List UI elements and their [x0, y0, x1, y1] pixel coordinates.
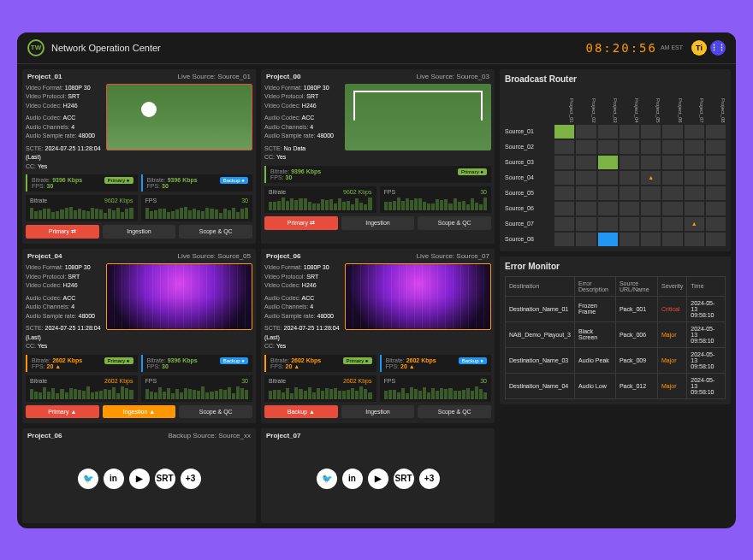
router-cell[interactable]: [554, 233, 574, 246]
router-cell[interactable]: [641, 233, 661, 246]
router-cell[interactable]: [554, 156, 574, 169]
social-icon[interactable]: in: [342, 469, 363, 489]
video-thumbnail[interactable]: [106, 263, 252, 330]
router-cell[interactable]: [685, 140, 704, 154]
router-cell[interactable]: [620, 202, 639, 215]
router-cell[interactable]: [620, 186, 639, 200]
router-cell[interactable]: [641, 217, 661, 231]
social-icon[interactable]: 🐦: [317, 469, 337, 489]
project-button[interactable]: Primary ⇄: [26, 225, 99, 239]
router-cell[interactable]: [554, 202, 574, 215]
router-cell[interactable]: [598, 156, 618, 169]
router-cell[interactable]: [554, 125, 574, 139]
router-cell[interactable]: [706, 233, 726, 246]
social-icon[interactable]: +3: [181, 469, 201, 489]
router-cell[interactable]: [620, 156, 639, 169]
router-cell[interactable]: [576, 233, 596, 246]
project-button[interactable]: Primary ▲: [26, 405, 99, 418]
router-cell[interactable]: [706, 186, 726, 200]
router-cell[interactable]: [641, 140, 661, 154]
project-button[interactable]: Scope & QC: [418, 216, 491, 230]
router-cell[interactable]: [598, 233, 618, 246]
social-icon[interactable]: ▶: [129, 469, 150, 489]
router-cell[interactable]: [685, 125, 704, 139]
project-button[interactable]: Backup ▲: [264, 405, 338, 418]
router-cell[interactable]: [706, 202, 726, 215]
social-icon[interactable]: SRT: [394, 469, 414, 489]
router-cell[interactable]: [662, 186, 682, 200]
router-cell[interactable]: [576, 171, 596, 185]
router-cell[interactable]: [685, 202, 704, 215]
router-cell[interactable]: [620, 125, 639, 139]
router-cell[interactable]: [641, 186, 661, 200]
project-button[interactable]: Ingestion: [341, 405, 415, 418]
router-cell[interactable]: [706, 140, 726, 154]
router-cell[interactable]: [598, 186, 618, 200]
router-cell[interactable]: [576, 186, 596, 200]
user-badge-icon[interactable]: Ti: [691, 40, 707, 56]
router-cell[interactable]: [685, 186, 704, 200]
router-cell[interactable]: [576, 156, 596, 169]
router-cell[interactable]: [620, 217, 639, 231]
error-row[interactable]: Destination_Name_01Frozen FramePack_001C…: [506, 296, 726, 321]
router-cell[interactable]: [662, 125, 682, 139]
router-cell[interactable]: [598, 217, 618, 231]
social-icon[interactable]: SRT: [155, 469, 175, 489]
video-thumbnail[interactable]: [106, 84, 252, 150]
router-cell[interactable]: [598, 171, 618, 185]
social-icons: 🐦in▶SRT+3: [22, 443, 256, 523]
router-cell[interactable]: [598, 202, 618, 215]
project-button[interactable]: Ingestion ▲: [103, 405, 176, 418]
social-icon[interactable]: +3: [419, 469, 440, 489]
router-cell[interactable]: [620, 233, 639, 246]
router-cell[interactable]: [685, 171, 704, 185]
router-cell[interactable]: [598, 125, 618, 139]
project-button[interactable]: Ingestion: [103, 225, 176, 239]
router-cell[interactable]: [641, 171, 661, 185]
project-button[interactable]: Scope & QC: [418, 405, 491, 418]
router-cell[interactable]: [706, 156, 726, 169]
video-thumbnail[interactable]: [345, 84, 491, 150]
project-button[interactable]: Ingestion: [341, 216, 415, 230]
router-cell[interactable]: [706, 217, 726, 231]
router-cell[interactable]: [620, 171, 639, 185]
router-cell[interactable]: [662, 217, 682, 231]
router-cell[interactable]: [641, 125, 661, 139]
router-cell[interactable]: [641, 156, 661, 169]
router-cell[interactable]: [685, 217, 704, 231]
error-row[interactable]: Destination_Name_03Audio PeakPack_009Maj…: [506, 347, 726, 373]
error-row[interactable]: Destination_Name_04Audio LowPack_012Majo…: [506, 373, 726, 398]
router-cell[interactable]: [685, 156, 704, 169]
router-cell[interactable]: [554, 171, 574, 185]
router-col-header: Project_04: [620, 89, 639, 123]
router-cell[interactable]: [598, 140, 618, 154]
router-cell[interactable]: [576, 125, 596, 139]
router-cell[interactable]: [662, 171, 682, 185]
menu-icon[interactable]: ⋮⋮: [710, 40, 726, 56]
social-icon[interactable]: in: [104, 469, 124, 489]
video-thumbnail[interactable]: [345, 263, 491, 330]
router-cell[interactable]: [554, 186, 574, 200]
router-cell[interactable]: [576, 140, 596, 154]
router-cell[interactable]: [685, 233, 704, 246]
router-cell[interactable]: [554, 140, 574, 154]
router-cell[interactable]: [641, 202, 661, 215]
router-cell[interactable]: [706, 125, 726, 139]
project-button[interactable]: Primary ⇄: [264, 216, 338, 230]
router-cell[interactable]: [576, 217, 596, 231]
social-icon[interactable]: ▶: [368, 469, 388, 489]
status-box: Bitrate: 9396 KbpsPrimary ●FPS: 30: [264, 166, 491, 183]
router-cell[interactable]: [620, 140, 639, 154]
error-row[interactable]: NAB_Demo_Playout_3Black ScreenPack_006Ma…: [506, 321, 726, 347]
router-cell[interactable]: [706, 171, 726, 185]
status-box: Bitrate: 2602 KbpsPrimary ●FPS: 20▲: [264, 355, 376, 372]
router-cell[interactable]: [662, 233, 682, 246]
router-cell[interactable]: [554, 217, 574, 231]
router-cell[interactable]: [576, 202, 596, 215]
router-cell[interactable]: [662, 156, 682, 169]
project-button[interactable]: Scope & QC: [179, 225, 252, 239]
project-button[interactable]: Scope & QC: [179, 405, 252, 418]
router-cell[interactable]: [662, 140, 682, 154]
router-cell[interactable]: [662, 202, 682, 215]
social-icon[interactable]: 🐦: [78, 469, 98, 489]
